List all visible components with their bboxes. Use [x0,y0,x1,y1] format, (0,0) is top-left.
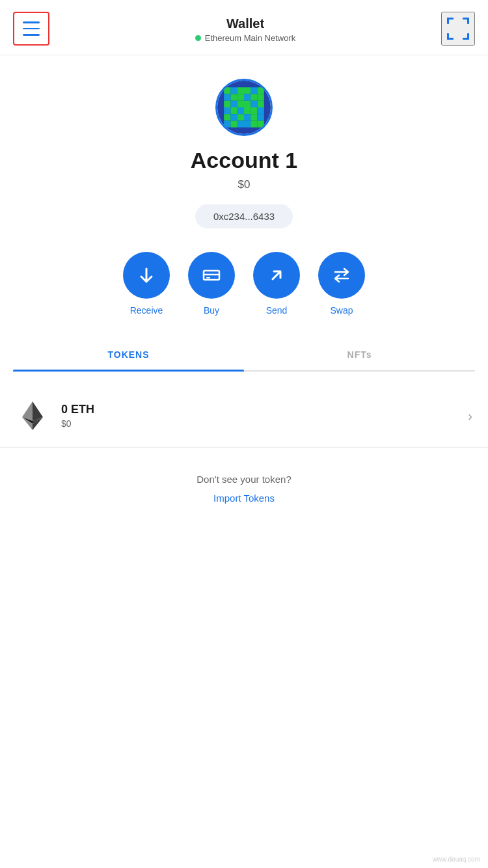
svg-rect-5 [447,33,449,40]
avatar-image [217,81,271,134]
token-list: 0 ETH $0 › [0,385,488,448]
token-item-eth[interactable]: 0 ETH $0 › [0,385,488,448]
svg-rect-22 [231,101,237,107]
receive-label: Receive [130,305,163,316]
account-address[interactable]: 0xc234...6433 [195,204,293,228]
network-status: Ethereum Main Network [49,33,441,43]
svg-rect-10 [231,87,237,94]
account-section: Account 1 $0 0xc234...6433 Receive Buy [0,55,488,385]
network-label: Ethereum Main Network [205,33,295,43]
svg-rect-40 [231,121,237,128]
send-label: Send [266,305,288,316]
svg-rect-37 [251,114,257,120]
svg-rect-14 [258,87,264,94]
swap-button[interactable] [318,252,365,299]
header-center: Wallet Ethereum Main Network [49,15,441,43]
svg-rect-3 [467,18,469,24]
svg-rect-39 [224,121,230,128]
tab-nfts[interactable]: NFTs [244,339,475,370]
send-button[interactable] [253,252,300,299]
action-buttons: Receive Buy Send [110,252,378,316]
menu-line-1 [23,21,40,23]
app-header: Wallet Ethereum Main Network [0,0,488,55]
receive-icon [136,265,157,286]
account-balance: $0 [238,178,251,191]
send-action[interactable]: Send [253,252,300,316]
token-info-eth: 0 ETH $0 [61,403,468,429]
watermark: www.deuaq.com [433,856,480,863]
send-icon [266,265,287,286]
svg-rect-26 [258,101,264,107]
svg-rect-24 [244,101,251,107]
import-hint: Don't see your token? [13,474,475,485]
svg-rect-23 [237,101,244,107]
swap-label: Swap [330,305,353,316]
svg-rect-18 [244,94,251,101]
receive-button[interactable] [123,252,170,299]
scan-button[interactable] [441,12,475,46]
svg-rect-16 [231,94,237,101]
token-amount-eth: 0 ETH [61,403,468,416]
svg-rect-44 [258,121,264,128]
svg-rect-1 [447,18,449,24]
svg-rect-34 [231,114,237,120]
swap-action[interactable]: Swap [318,252,365,316]
buy-button[interactable] [188,252,235,299]
receive-action[interactable]: Receive [123,252,170,316]
swap-icon [331,265,352,286]
svg-rect-27 [224,107,230,114]
svg-rect-33 [224,114,230,120]
svg-rect-7 [467,33,469,40]
import-tokens-link[interactable]: Import Tokens [13,493,475,504]
scan-icon [446,16,470,41]
svg-rect-30 [244,107,251,114]
network-indicator [195,35,201,41]
svg-rect-29 [237,107,244,114]
svg-rect-35 [237,114,244,120]
svg-rect-12 [244,87,251,94]
svg-rect-47 [206,277,210,278]
svg-rect-21 [224,101,230,107]
svg-rect-25 [251,101,257,107]
token-chevron-eth: › [468,409,472,424]
import-section: Don't see your token? Import Tokens [0,448,488,530]
svg-rect-13 [251,87,257,94]
buy-icon [201,265,222,286]
tab-tokens[interactable]: TOKENS [13,339,244,370]
svg-rect-32 [258,107,264,114]
menu-line-3 [23,34,40,36]
account-name: Account 1 [191,148,297,173]
svg-rect-38 [258,114,264,120]
token-usd-eth: $0 [61,418,468,429]
svg-rect-15 [224,94,230,101]
svg-rect-41 [237,121,244,128]
svg-rect-36 [244,114,251,120]
svg-rect-19 [251,94,257,101]
eth-logo [16,399,49,433]
svg-rect-11 [237,87,244,94]
menu-line-2 [23,28,40,30]
svg-rect-20 [258,94,264,101]
menu-button[interactable] [13,12,49,46]
app-title: Wallet [49,15,441,32]
svg-rect-17 [237,94,244,101]
svg-rect-43 [251,121,257,128]
svg-rect-42 [244,121,251,128]
account-avatar[interactable] [215,79,273,136]
svg-rect-31 [251,107,257,114]
svg-rect-9 [224,87,230,94]
svg-rect-28 [231,107,237,114]
buy-action[interactable]: Buy [188,252,235,316]
buy-label: Buy [204,305,219,316]
asset-tabs: TOKENS NFTs [13,339,475,372]
